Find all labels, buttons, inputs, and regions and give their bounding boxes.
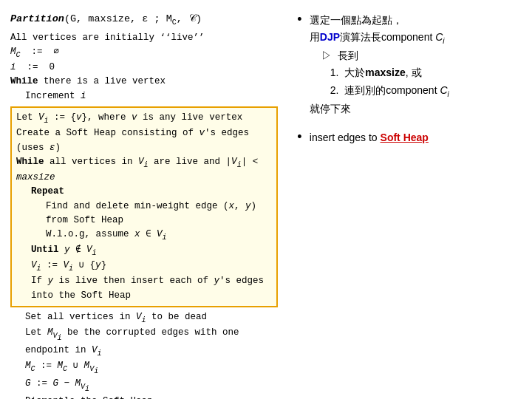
- right-panel: • 選定一個點為起點， 用DJP演算法長component Ci ▷ 長到 1.…: [288, 0, 532, 399]
- algo-title: Partition(G, maxsize, ε ; MC, 𝒞): [10, 13, 278, 27]
- maxsize-text: maxsize: [365, 66, 405, 78]
- left-panel: Partition(G, maxsize, ε ; MC, 𝒞) All ver…: [0, 0, 288, 399]
- fn-params: (G, maxsize, ε ; MC, 𝒞): [64, 13, 202, 24]
- c-sub-i: Ci: [435, 31, 444, 43]
- main-container: Partition(G, maxsize, ε ; MC, 𝒞) All ver…: [0, 0, 532, 399]
- line-8: While all vertices in Vi are live and |V…: [16, 155, 272, 185]
- line-4: While there is a live vertex: [10, 75, 278, 89]
- b1-line6: 就停下來: [310, 100, 522, 117]
- line-9: Repeat: [31, 185, 272, 199]
- bullet-item-1: • 選定一個點為起點， 用DJP演算法長component Ci ▷ 長到 1.…: [296, 12, 522, 117]
- bullet-item-2: • insert edges to Soft Heap: [296, 129, 522, 146]
- djp-text: DJP: [320, 31, 340, 43]
- b1-line4: 1. 大於maxsize, 或: [330, 64, 522, 81]
- c-sub-i-2: Ci: [440, 84, 449, 96]
- bullet-content-1: 選定一個點為起點， 用DJP演算法長component Ci ▷ 長到 1. 大…: [310, 12, 522, 117]
- bullet-list: • 選定一個點為起點， 用DJP演算法長component Ci ▷ 長到 1.…: [296, 12, 522, 146]
- line-11: W.l.o.g, assume x ∈ Vi: [46, 228, 272, 243]
- line-12: Until y ∉ Vi: [31, 243, 272, 259]
- b1-line3: ▷ 長到: [321, 47, 522, 64]
- b1-line5: 2. 連到別的component Ci: [330, 82, 522, 100]
- line-13: Vi := Vi ∪ {y}: [31, 259, 272, 274]
- b1-line2: 用DJP演算法長component Ci: [310, 29, 522, 47]
- line-6: Let Vi := {v}, where v is any live verte…: [16, 111, 272, 126]
- bullet-dot-2: •: [296, 131, 304, 144]
- line-15: Set all vertices in Vi to be dead: [25, 310, 278, 326]
- line-7: Create a Soft Heap consisting of v's edg…: [16, 126, 272, 155]
- line-2: MC := ∅: [10, 45, 278, 61]
- line-19: Dismantle the Soft Heap: [25, 395, 278, 399]
- line-3: i := 0: [10, 61, 278, 75]
- line-14: If y is live then insert each of y's edg…: [31, 274, 272, 303]
- b1-line1: 選定一個點為起點，: [310, 12, 522, 29]
- bullet-dot-1: •: [296, 13, 304, 27]
- line-17: MC := MC ∪ MVi: [25, 359, 278, 377]
- line-18: G := G − MVi: [25, 377, 278, 395]
- soft-heap-text: Soft Heap: [381, 132, 429, 143]
- line-5: Increment i: [25, 89, 278, 103]
- fn-name: Partition: [10, 13, 64, 24]
- line-1: All vertices are initially ‘‘live’’: [10, 31, 278, 45]
- line-10: Find and delete min-weight edge (x, y) f…: [46, 200, 272, 228]
- highlight-box: Let Vi := {v}, where v is any live verte…: [10, 106, 278, 307]
- algo-body: All vertices are initially ‘‘live’’ MC :…: [10, 31, 278, 399]
- line-16: Let MVi be the corrupted edges with one …: [25, 326, 278, 359]
- bullet-content-2: insert edges to Soft Heap: [310, 129, 522, 146]
